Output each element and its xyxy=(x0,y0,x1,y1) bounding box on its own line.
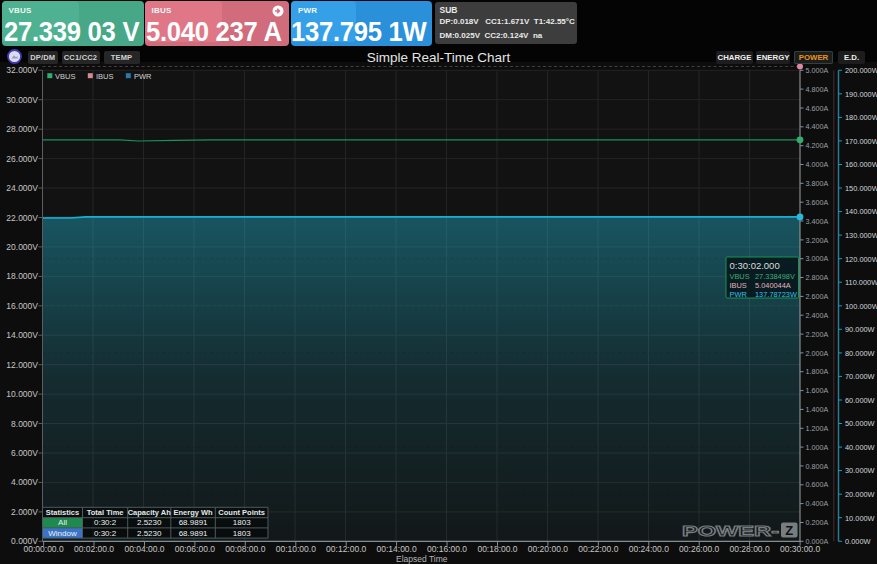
svg-text:00:02:00.0: 00:02:00.0 xyxy=(74,544,114,554)
svg-text:00:28:00.0: 00:28:00.0 xyxy=(730,544,770,554)
svg-text:4.200A: 4.200A xyxy=(806,141,829,150)
svg-text:2.000A: 2.000A xyxy=(806,349,829,358)
svg-text:1.600A: 1.600A xyxy=(806,386,829,395)
svg-text:90.000W: 90.000W xyxy=(845,325,875,334)
svg-text:120.000W: 120.000W xyxy=(845,255,877,264)
svg-text:2.600A: 2.600A xyxy=(806,292,829,301)
svg-text:1.200A: 1.200A xyxy=(806,424,829,433)
svg-text:00:20:00.0: 00:20:00.0 xyxy=(528,544,568,554)
svg-text:190.000W: 190.000W xyxy=(845,90,877,99)
svg-text:4.600A: 4.600A xyxy=(806,104,829,113)
svg-text:68.9891: 68.9891 xyxy=(179,518,208,527)
svg-text:180.000W: 180.000W xyxy=(845,113,877,122)
svg-text:60.000W: 60.000W xyxy=(845,396,875,405)
svg-text:40.000W: 40.000W xyxy=(845,443,875,452)
svg-text:160.000W: 160.000W xyxy=(845,160,877,169)
svg-text:00:08:00.0: 00:08:00.0 xyxy=(225,544,265,554)
svg-text:1803: 1803 xyxy=(233,518,251,527)
svg-text:3.800A: 3.800A xyxy=(806,179,829,188)
svg-text:30.000V: 30.000V xyxy=(6,95,38,105)
svg-text:3.000A: 3.000A xyxy=(806,254,829,263)
svg-text:4.000V: 4.000V xyxy=(11,477,38,487)
svg-text:POWER-: POWER- xyxy=(682,522,779,539)
svg-text:2.400A: 2.400A xyxy=(806,311,829,320)
svg-text:00:12:00.0: 00:12:00.0 xyxy=(326,544,366,554)
svg-text:5.040044A: 5.040044A xyxy=(755,281,791,290)
svg-text:10.000V: 10.000V xyxy=(6,389,38,399)
svg-text:4.400A: 4.400A xyxy=(806,122,829,131)
svg-text:0.000A: 0.000A xyxy=(806,537,829,546)
svg-text:130.000W: 130.000W xyxy=(845,231,877,240)
svg-text:10.000W: 10.000W xyxy=(845,514,875,523)
svg-text:3.400A: 3.400A xyxy=(806,217,829,226)
svg-text:16.000V: 16.000V xyxy=(6,301,38,311)
svg-text:22.000V: 22.000V xyxy=(6,213,38,223)
svg-text:Count Points: Count Points xyxy=(218,508,265,517)
svg-text:All: All xyxy=(58,518,67,527)
svg-text:2.800A: 2.800A xyxy=(806,273,829,282)
svg-text:1.800A: 1.800A xyxy=(806,367,829,376)
svg-text:5.000A: 5.000A xyxy=(806,66,829,75)
svg-text:68.9891: 68.9891 xyxy=(179,529,208,538)
svg-text:8.000V: 8.000V xyxy=(11,419,38,429)
svg-text:Statistics: Statistics xyxy=(46,508,79,517)
svg-text:Total Time: Total Time xyxy=(87,508,124,517)
svg-text:0:30:2: 0:30:2 xyxy=(94,529,117,538)
svg-text:6.000V: 6.000V xyxy=(11,448,38,458)
svg-text:20.000V: 20.000V xyxy=(6,242,38,252)
svg-text:24.000V: 24.000V xyxy=(6,183,38,193)
svg-text:0.400A: 0.400A xyxy=(806,499,829,508)
svg-text:0.000W: 0.000W xyxy=(845,537,870,546)
svg-text:PWR: PWR xyxy=(730,290,747,299)
svg-text:50.000W: 50.000W xyxy=(845,419,875,428)
svg-text:4.800A: 4.800A xyxy=(806,85,829,94)
svg-text:2.200A: 2.200A xyxy=(806,330,829,339)
svg-text:0:30:02.000: 0:30:02.000 xyxy=(730,260,780,271)
svg-text:28.000V: 28.000V xyxy=(6,124,38,134)
svg-text:26.000V: 26.000V xyxy=(6,154,38,164)
svg-text:00:10:00.0: 00:10:00.0 xyxy=(276,544,316,554)
svg-text:0.200A: 0.200A xyxy=(806,518,829,527)
svg-text:137.78723W: 137.78723W xyxy=(755,290,797,299)
svg-text:0:30:2: 0:30:2 xyxy=(94,518,117,527)
svg-text:1.000A: 1.000A xyxy=(806,443,829,452)
svg-text:80.000W: 80.000W xyxy=(845,349,875,358)
svg-text:Elapsed Time: Elapsed Time xyxy=(396,554,448,564)
svg-text:00:00:00.0: 00:00:00.0 xyxy=(24,544,64,554)
svg-text:IBUS: IBUS xyxy=(96,72,114,81)
svg-text:1.400A: 1.400A xyxy=(806,405,829,414)
svg-text:140.000W: 140.000W xyxy=(845,207,877,216)
svg-text:2.000V: 2.000V xyxy=(11,507,38,517)
svg-text:4.000A: 4.000A xyxy=(806,160,829,169)
svg-text:200.000W: 200.000W xyxy=(845,66,877,75)
svg-text:0.600A: 0.600A xyxy=(806,480,829,489)
svg-text:18.000V: 18.000V xyxy=(6,271,38,281)
svg-text:00:18:00.0: 00:18:00.0 xyxy=(477,544,517,554)
svg-text:2.5230: 2.5230 xyxy=(137,529,162,538)
svg-text:14.000V: 14.000V xyxy=(6,330,38,340)
svg-text:00:16:00.0: 00:16:00.0 xyxy=(427,544,467,554)
svg-text:VBUS: VBUS xyxy=(55,72,75,81)
svg-text:3.200A: 3.200A xyxy=(806,236,829,245)
svg-text:00:24:00.0: 00:24:00.0 xyxy=(629,544,669,554)
svg-text:00:14:00.0: 00:14:00.0 xyxy=(377,544,417,554)
svg-text:Energy Wh: Energy Wh xyxy=(174,508,214,517)
svg-text:27.338498V: 27.338498V xyxy=(755,272,795,281)
svg-text:2.5230: 2.5230 xyxy=(137,518,162,527)
svg-text:100.000W: 100.000W xyxy=(845,302,877,311)
svg-text:12.000V: 12.000V xyxy=(6,360,38,370)
svg-text:VBUS: VBUS xyxy=(730,272,750,281)
svg-text:110.000W: 110.000W xyxy=(845,278,877,287)
svg-text:170.000W: 170.000W xyxy=(845,137,877,146)
svg-text:150.000W: 150.000W xyxy=(845,184,877,193)
svg-text:Z: Z xyxy=(785,523,793,538)
svg-text:Window: Window xyxy=(48,529,77,538)
svg-text:3.600A: 3.600A xyxy=(806,198,829,207)
svg-text:00:22:00.0: 00:22:00.0 xyxy=(578,544,618,554)
svg-text:70.000W: 70.000W xyxy=(845,372,875,381)
svg-text:0.800A: 0.800A xyxy=(806,462,829,471)
svg-text:IBUS: IBUS xyxy=(730,281,747,290)
svg-text:20.000W: 20.000W xyxy=(845,490,875,499)
svg-text:32.000V: 32.000V xyxy=(6,65,38,75)
svg-text:30.000W: 30.000W xyxy=(845,466,875,475)
